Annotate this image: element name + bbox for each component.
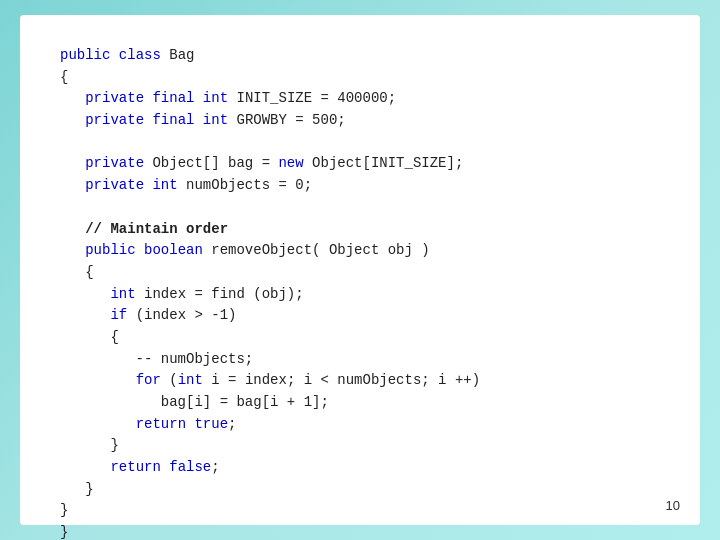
slide-container: public class Bag { private final int INI…	[20, 15, 700, 525]
code-block: public class Bag { private final int INI…	[60, 45, 660, 540]
page-number: 10	[666, 498, 680, 513]
